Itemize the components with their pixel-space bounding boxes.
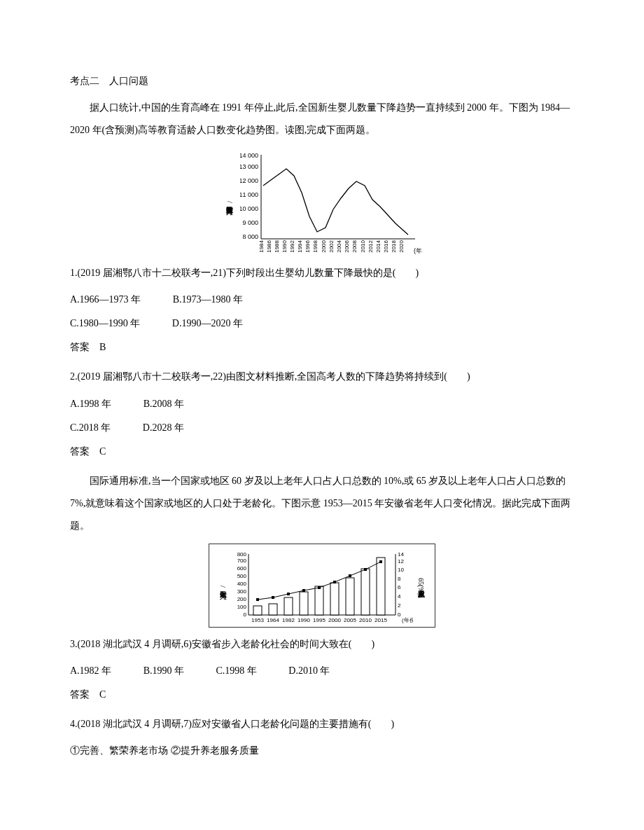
- q2-answer: 答案 C: [70, 441, 574, 463]
- svg-text:1990: 1990: [281, 240, 288, 252]
- svg-text:2018: 2018: [391, 240, 397, 252]
- svg-text:1992: 1992: [289, 240, 295, 252]
- passage-2: 国际通用标准,当一个国家或地区 60 岁及以上老年人口占人口总数的 10%,或 …: [70, 470, 574, 538]
- svg-text:300: 300: [237, 588, 247, 595]
- svg-text:14 000: 14 000: [240, 152, 258, 159]
- svg-rect-58: [272, 596, 274, 599]
- svg-text:1995: 1995: [313, 617, 326, 623]
- svg-text:2010: 2010: [359, 617, 372, 623]
- svg-text:1998: 1998: [312, 240, 318, 252]
- svg-text:1982: 1982: [282, 617, 295, 623]
- q1-option-c: C.1980—1990 年: [70, 312, 140, 335]
- chart2-svg: 0 100 200 300 400 500 600 700 800 0 2 4 …: [231, 548, 413, 625]
- svg-rect-57: [256, 598, 259, 601]
- q3-option-c: C.1998 年: [216, 660, 256, 682]
- svg-text:11 000: 11 000: [240, 191, 258, 198]
- q3-answer: 答案 C: [70, 684, 574, 706]
- svg-text:10 000: 10 000: [240, 205, 258, 212]
- svg-rect-53: [330, 583, 339, 615]
- svg-rect-54: [346, 578, 354, 615]
- svg-text:2000: 2000: [321, 240, 327, 252]
- svg-rect-56: [377, 558, 385, 615]
- svg-text:2004: 2004: [336, 240, 342, 252]
- q3-option-a: A.1982 年: [70, 660, 111, 682]
- passage-1: 据人口统计,中国的生育高峰在 1991 年停止,此后,全国新生婴儿数量下降趋势一…: [70, 97, 574, 141]
- q4-subopts: ①完善、繁荣养老市场 ②提升养老服务质量: [70, 740, 574, 762]
- svg-text:2006: 2006: [344, 240, 350, 252]
- svg-text:700: 700: [237, 558, 247, 564]
- svg-rect-48: [253, 606, 262, 615]
- q1-stem: 1.(2019 届湘鄂八市十二校联考一,21)下列时段出生婴幼儿数量下降最快的是…: [70, 262, 574, 284]
- svg-text:2015: 2015: [374, 617, 387, 623]
- chart1-ylabel: 高等教育适龄人口数/万人: [222, 201, 238, 203]
- svg-text:1986: 1986: [266, 240, 272, 252]
- svg-text:200: 200: [237, 596, 247, 602]
- svg-text:12: 12: [398, 558, 404, 565]
- svg-text:13 000: 13 000: [240, 163, 258, 170]
- svg-rect-59: [287, 593, 290, 595]
- svg-text:(年份): (年份): [402, 617, 413, 623]
- svg-text:14: 14: [398, 551, 404, 558]
- q1-option-b: B.1973—1980 年: [173, 289, 243, 311]
- svg-text:6: 6: [398, 584, 401, 590]
- chart1-svg: 8 000 9 000 10 000 11 000 12 000 13 000 …: [240, 148, 422, 256]
- chart2-ylabel-left: 老年人口数/万人: [215, 586, 231, 588]
- q1-answer: 答案 B: [70, 336, 574, 359]
- q3-option-b: B.1990 年: [144, 660, 184, 682]
- svg-text:10: 10: [398, 567, 404, 573]
- svg-text:2012: 2012: [368, 240, 374, 252]
- svg-text:2010: 2010: [360, 240, 366, 252]
- svg-rect-61: [318, 586, 321, 589]
- svg-text:2: 2: [398, 602, 401, 609]
- svg-rect-55: [361, 569, 370, 615]
- q3-stem: 3.(2018 湖北武汉 4 月调研,6)安徽省步入老龄化社会的时间大致在( ): [70, 633, 574, 656]
- svg-text:2005: 2005: [344, 617, 356, 623]
- svg-text:8: 8: [398, 576, 401, 582]
- svg-text:8 000: 8 000: [243, 233, 259, 240]
- svg-text:1953: 1953: [251, 617, 264, 623]
- q1-option-d: D.1990—2020 年: [172, 312, 243, 335]
- svg-rect-64: [364, 568, 367, 571]
- svg-text:2020: 2020: [398, 240, 405, 252]
- chart2-ylabel-right: 65岁及以上人口比重(%): [413, 578, 429, 595]
- svg-rect-49: [269, 604, 277, 615]
- svg-text:400: 400: [237, 581, 247, 587]
- svg-text:12 000: 12 000: [240, 177, 258, 184]
- chart1-xlabel: (年): [414, 247, 422, 254]
- svg-rect-63: [349, 574, 351, 577]
- svg-text:800: 800: [237, 551, 247, 558]
- q2-option-b: B.2008 年: [144, 393, 184, 415]
- svg-text:1984: 1984: [258, 240, 265, 252]
- svg-rect-60: [302, 589, 305, 592]
- q2-option-c: C.2018 年: [70, 417, 111, 439]
- svg-text:2008: 2008: [351, 240, 358, 252]
- q1-option-a: A.1966—1973 年: [70, 289, 141, 311]
- q3-option-d: D.2010 年: [288, 660, 330, 682]
- q2-option-a: A.1998 年: [70, 393, 111, 415]
- svg-rect-52: [315, 586, 323, 615]
- q2-option-d: D.2028 年: [143, 417, 184, 439]
- q4-stem: 4.(2018 湖北武汉 4 月调研,7)应对安徽省人口老龄化问题的主要措施有(…: [70, 713, 574, 735]
- q2-stem: 2.(2019 届湘鄂八市十二校联考一,22)由图文材料推断,全国高考人数的下降…: [70, 366, 574, 388]
- svg-text:0: 0: [244, 611, 247, 618]
- svg-text:2014: 2014: [375, 240, 382, 252]
- svg-text:100: 100: [237, 604, 247, 610]
- chart-1: 高等教育适龄人口数/万人 8 000 9 000 10 000 11 000 1…: [70, 148, 574, 256]
- svg-text:2000: 2000: [328, 617, 341, 623]
- svg-rect-65: [379, 560, 382, 563]
- chart1-yticks: 8 000 9 000 10 000 11 000 12 000 13 000 …: [240, 152, 258, 240]
- svg-text:1994: 1994: [297, 240, 303, 252]
- svg-text:1988: 1988: [274, 240, 280, 252]
- section-heading: 考点二 人口问题: [70, 70, 574, 92]
- svg-text:2016: 2016: [383, 240, 389, 252]
- svg-text:1964: 1964: [267, 617, 279, 623]
- svg-text:1990: 1990: [298, 617, 310, 623]
- chart-2: 老年人口数/万人 0 100 200 300 400 500 600: [70, 544, 574, 628]
- svg-text:600: 600: [237, 565, 247, 572]
- svg-text:0: 0: [398, 611, 401, 618]
- svg-rect-62: [333, 581, 336, 583]
- svg-text:1996: 1996: [304, 240, 311, 252]
- svg-text:9 000: 9 000: [243, 219, 259, 226]
- svg-text:500: 500: [237, 573, 247, 579]
- svg-text:2002: 2002: [328, 240, 335, 252]
